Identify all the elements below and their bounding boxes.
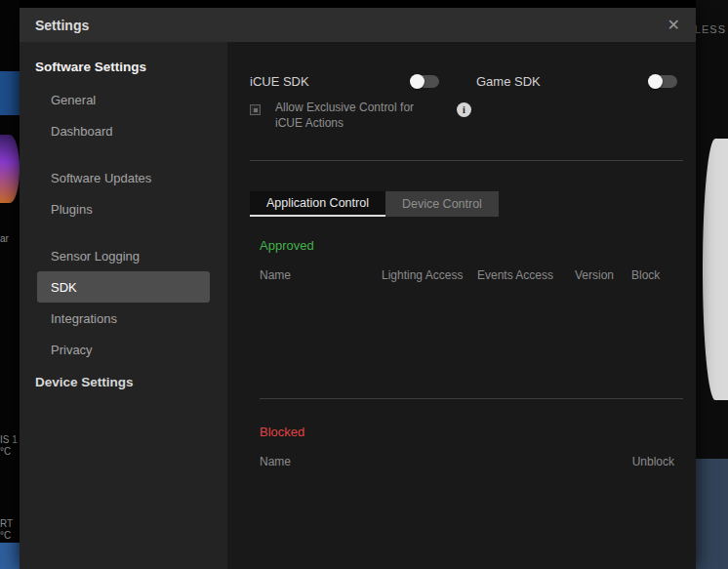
exclusive-control-label: Allow Exclusive Control for iCUE Actions — [275, 101, 443, 131]
column-header-events-access: Events Access — [477, 268, 575, 282]
background-text-fragment: IS 1 — [0, 434, 18, 445]
column-header-block: Block — [631, 268, 683, 282]
background-fragment-blue — [696, 459, 728, 569]
game-sdk-label: Game SDK — [476, 74, 541, 89]
close-icon[interactable]: ✕ — [667, 18, 680, 33]
sidebar-item-general[interactable]: General — [20, 84, 227, 115]
background-fragment-orb — [0, 135, 20, 203]
background-app-left-edge: ar IS 1 °C RT °C — [0, 0, 20, 569]
column-header-lighting-access: Lighting Access — [382, 268, 477, 282]
info-icon[interactable]: i — [457, 102, 471, 117]
sidebar-header-device-settings: Device Settings — [20, 365, 227, 399]
blocked-table-header-row: Name Unblock — [260, 455, 683, 468]
settings-dialog: Settings ✕ Software Settings General Das… — [20, 8, 696, 569]
toggle-knob — [648, 74, 663, 89]
column-header-name: Name — [260, 455, 291, 468]
background-text-fragment: ar — [0, 233, 9, 244]
exclusive-control-row: Allow Exclusive Control for iCUE Actions… — [250, 101, 683, 131]
application-control-panel: Approved Name Lighting Access Events Acc… — [250, 238, 683, 468]
tab-application-control[interactable]: Application Control — [250, 191, 385, 217]
sdk-toggles-row: iCUE SDK Game SDK — [250, 69, 683, 93]
game-sdk-toggle[interactable] — [648, 75, 677, 88]
approved-table-header-row: Name Lighting Access Events Access Versi… — [260, 268, 683, 282]
sidebar-item-plugins[interactable]: Plugins — [20, 193, 227, 224]
settings-sidebar: Software Settings General Dashboard Soft… — [20, 42, 227, 569]
background-text-fragment: RT — [0, 518, 13, 529]
sidebar-item-sdk[interactable]: SDK — [37, 271, 210, 303]
game-sdk-group: Game SDK — [476, 74, 677, 89]
background-text-fragment: °C — [0, 446, 11, 457]
sidebar-group-divider — [20, 224, 227, 240]
background-app-right-edge: ELESS — [696, 0, 728, 569]
tab-device-control[interactable]: Device Control — [385, 191, 499, 217]
background-fragment-blue — [0, 71, 20, 115]
approved-section-title: Approved — [260, 238, 683, 253]
dialog-title: Settings — [35, 18, 89, 33]
column-header-name: Name — [260, 268, 382, 282]
background-text-fragment: °C — [0, 530, 11, 541]
dialog-titlebar: Settings ✕ — [20, 8, 696, 42]
sidebar-item-integrations[interactable]: Integrations — [20, 303, 227, 334]
exclusive-control-checkbox[interactable] — [250, 104, 261, 115]
icue-sdk-toggle[interactable] — [410, 75, 439, 88]
approved-table-empty-body — [260, 282, 683, 398]
background-fragment-blue — [0, 543, 20, 569]
sdk-settings-pane: iCUE SDK Game SDK Allow Exclusive Contro… — [227, 42, 696, 569]
sidebar-item-dashboard[interactable]: Dashboard — [20, 115, 227, 146]
sidebar-header-software-settings: Software Settings — [20, 46, 227, 84]
icue-sdk-group: iCUE SDK — [250, 74, 439, 89]
toggle-knob — [410, 74, 425, 89]
section-divider — [260, 398, 683, 399]
column-header-unblock: Unblock — [632, 455, 674, 468]
background-headset-image-fragment — [703, 139, 728, 400]
sidebar-item-privacy[interactable]: Privacy — [20, 334, 227, 365]
column-header-version: Version — [575, 268, 631, 282]
sidebar-item-sensor-logging[interactable]: Sensor Logging — [20, 240, 227, 271]
sidebar-group-divider — [20, 146, 227, 162]
sidebar-item-software-updates[interactable]: Software Updates — [20, 162, 227, 193]
control-tabs: Application Control Device Control — [250, 191, 683, 217]
blocked-section-title: Blocked — [260, 425, 683, 439]
section-divider — [250, 160, 683, 161]
icue-sdk-label: iCUE SDK — [250, 74, 309, 89]
